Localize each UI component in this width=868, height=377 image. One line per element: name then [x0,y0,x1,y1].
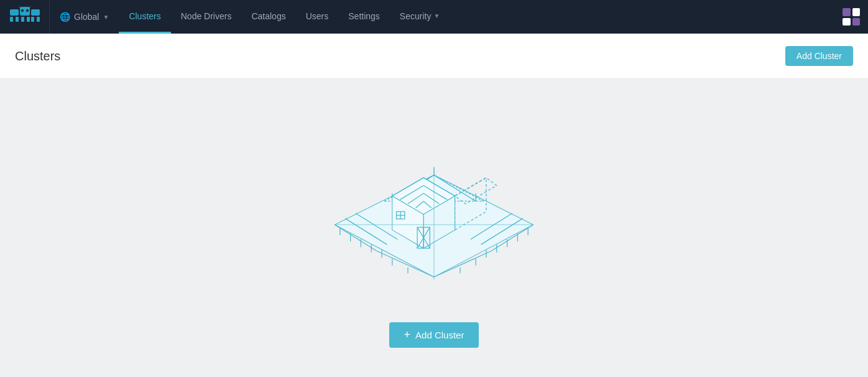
svg-point-6 [21,9,24,12]
security-chevron-icon: ▼ [433,12,440,19]
nav-item-clusters[interactable]: Clusters [119,0,170,34]
app-switcher-cell-3 [843,18,851,26]
app-switcher-button[interactable] [834,0,868,34]
app-switcher-cell-4 [852,18,861,26]
app-switcher-cell-2 [852,8,861,16]
globe-icon: 🌐 [60,12,70,22]
empty-add-cluster-button[interactable]: + Add Cluster [389,322,479,348]
empty-state: .stroke-blue { stroke: #4ab8d0; fill: no… [303,116,565,348]
logo[interactable] [0,0,50,34]
nav-item-node-drivers[interactable]: Node Drivers [171,0,242,34]
add-cluster-button[interactable]: Add Cluster [785,46,853,66]
global-label: Global [74,12,99,22]
rancher-logo-icon [9,6,41,28]
svg-rect-4 [21,17,24,22]
svg-rect-9 [31,17,34,22]
svg-rect-8 [31,9,40,16]
page-header: Clusters Add Cluster [0,34,868,79]
svg-rect-1 [10,17,13,22]
plus-icon: + [404,328,411,342]
nav-item-settings[interactable]: Settings [338,0,390,34]
svg-rect-2 [16,17,19,22]
global-menu[interactable]: 🌐 Global ▼ [50,0,119,34]
svg-rect-5 [27,17,30,22]
chevron-down-icon: ▼ [103,14,109,21]
app-switcher-grid [843,8,860,26]
nav-right [834,0,868,34]
svg-rect-0 [10,9,19,16]
app-switcher-cell-1 [843,8,851,16]
page-title: Clusters [15,49,60,63]
svg-point-7 [26,9,29,12]
nav-item-security[interactable]: Security ▼ [390,0,450,34]
navbar: 🌐 Global ▼ Clusters Node Drivers Catalog… [0,0,868,34]
main-content: .stroke-blue { stroke: #4ab8d0; fill: no… [0,79,868,377]
empty-add-cluster-label: Add Cluster [415,330,464,340]
svg-rect-10 [37,17,40,22]
nav-items: 🌐 Global ▼ Clusters Node Drivers Catalog… [50,0,834,34]
nav-item-catalogs[interactable]: Catalogs [241,0,295,34]
nav-item-users[interactable]: Users [296,0,339,34]
empty-state-illustration: .stroke-blue { stroke: #4ab8d0; fill: no… [303,116,565,302]
